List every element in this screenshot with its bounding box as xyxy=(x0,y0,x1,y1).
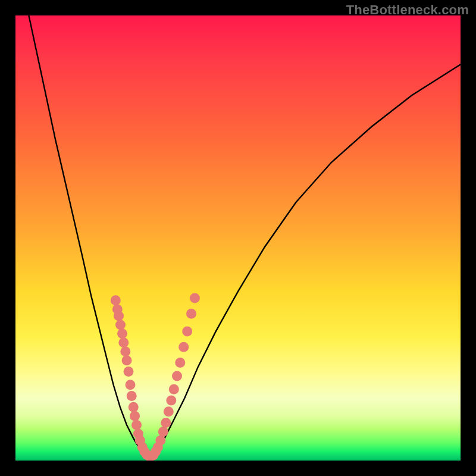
bead-point xyxy=(115,320,126,330)
bead-point xyxy=(166,396,176,406)
bead-point xyxy=(158,427,168,437)
bead-point xyxy=(175,358,185,368)
bead-point xyxy=(169,384,179,394)
frame-border: TheBottleneck.com xyxy=(0,0,476,476)
bead-point xyxy=(126,380,136,390)
bead-point xyxy=(124,367,134,377)
bead-point xyxy=(111,295,121,305)
bead-point xyxy=(118,337,129,347)
bead-point xyxy=(127,391,137,401)
bead-point xyxy=(182,327,192,337)
bead-point xyxy=(131,420,142,430)
bead-point xyxy=(164,406,174,416)
bead-point xyxy=(117,328,127,339)
bead-point xyxy=(178,342,189,352)
right-curve xyxy=(154,64,461,456)
bead-point xyxy=(129,402,139,412)
bead-point xyxy=(161,418,171,428)
bead-point xyxy=(155,436,165,446)
watermark-text: TheBottleneck.com xyxy=(346,2,469,18)
bead-point xyxy=(120,346,130,356)
bead-cluster xyxy=(111,293,200,461)
bead-point xyxy=(114,311,124,321)
chart-svg xyxy=(15,15,461,461)
chart-plot-area xyxy=(15,15,461,461)
bead-point xyxy=(186,309,196,319)
left-curve xyxy=(29,15,145,456)
bead-point xyxy=(130,411,140,421)
bead-point xyxy=(172,371,182,381)
bead-point xyxy=(190,293,200,303)
bead-point xyxy=(122,355,132,365)
